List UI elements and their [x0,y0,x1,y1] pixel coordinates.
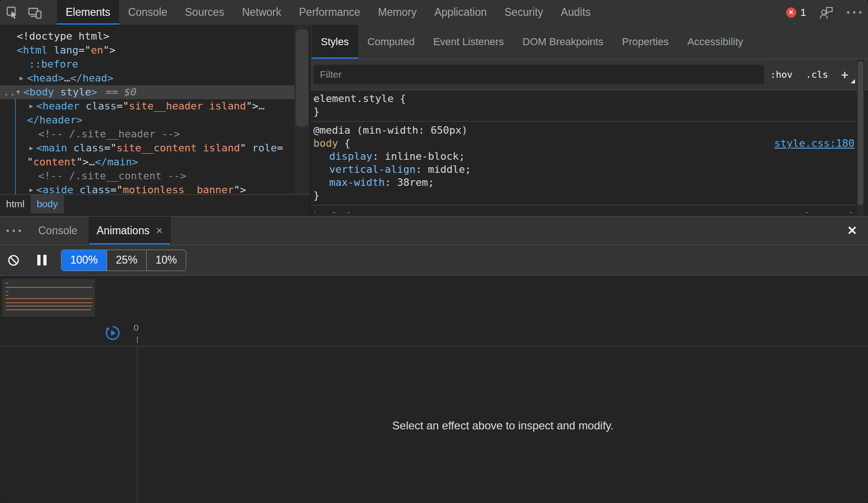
playback-rate-25-[interactable]: 25% [107,250,146,271]
drawer-close-icon[interactable]: ✕ [842,217,862,245]
css-rule: html {style.css:1 [311,205,856,213]
playback-rate-100-[interactable]: 100% [61,250,107,271]
pause-all-animations-icon[interactable] [37,255,47,265]
playback-rate-10-[interactable]: 10% [146,250,186,271]
error-badge[interactable]: ✕ [786,7,796,18]
sidebar-tab-styles[interactable]: Styles [312,25,358,59]
timeline-origin-label: 0 [134,323,139,333]
code-segment-tag: > [91,86,97,98]
tab-audits[interactable]: Audits [552,0,599,25]
dom-tree-row[interactable]: ..▼<body style>== $0 [0,85,294,99]
dom-tree-row[interactable]: ▶<header class="site__header island">… [0,99,294,113]
tab-network[interactable]: Network [233,0,290,25]
code-segment-plain: " [27,156,33,168]
feedback-icon[interactable] [818,5,834,20]
dom-tree-row[interactable]: <!doctype html> [0,29,294,43]
new-style-rule-button[interactable]: + [841,68,852,82]
code-segment-attr: class [80,100,116,112]
code-segment-tag: <aside [36,184,73,194]
code-segment-plain: { [338,137,351,149]
code-segment-tag: </main> [95,156,138,168]
tab-application[interactable]: Application [426,0,496,25]
toolbar-right-cluster: ✕ 1 [786,0,868,25]
drawer-tab-console[interactable]: Console [27,217,88,245]
replay-icon[interactable] [104,325,121,343]
tab-memory[interactable]: Memory [369,0,426,25]
breadcrumb-item-body[interactable]: body [31,195,64,213]
dom-tree-row[interactable]: "content">…</main> [0,155,294,169]
sidebar-tab-dom-breakpoints[interactable]: DOM Breakpoints [513,25,613,59]
css-line[interactable]: body {style.css:180 [311,137,856,150]
code-segment-plain: } [313,106,319,117]
css-line[interactable]: @media (min-width: 650px) [311,124,856,137]
sidebar-tab-computed[interactable]: Computed [358,25,424,59]
sidebar-tab-accessibility[interactable]: Accessibility [678,25,753,59]
css-line[interactable]: display: inline-block; [311,150,856,163]
expand-arrow-icon[interactable]: ▶ [20,71,23,85]
css-source-link[interactable]: style.css:1 [787,210,854,213]
more-menu-icon[interactable] [847,11,861,14]
clear-all-animations-icon[interactable] [7,254,20,266]
dom-tree-row[interactable]: ▶<head>…</head> [0,71,294,85]
styles-scrollbar[interactable] [857,59,864,217]
code-segment-attr: lang [47,44,78,56]
dom-tree-row[interactable]: ▶<main class="site__content island" role… [0,141,294,155]
drawer-tab-animations[interactable]: Animations✕ [88,217,171,245]
dom-tree-row[interactable]: <html lang="en"> [0,43,294,57]
css-rule: @media (min-width: 650px)body {style.css… [311,122,856,205]
device-toolbar-icon[interactable] [23,0,47,25]
css-line[interactable]: max-width: 38rem; [311,176,856,189]
tab-security[interactable]: Security [495,0,552,25]
drawer-tab-label: Console [38,224,77,237]
styles-scroll-thumb[interactable] [858,61,863,205]
dom-tree-row[interactable]: </header> [0,113,294,127]
code-segment-val: site__header island [129,100,246,112]
css-line[interactable]: element.style { [311,92,856,105]
code-segment-plain: } [313,190,319,201]
expand-arrow-icon[interactable]: ▶ [29,183,33,194]
tab-console[interactable]: Console [119,0,176,25]
dom-tree-row[interactable]: ▶<aside class="motionless__banner"> [0,183,294,194]
toggle-pseudo-state-button[interactable]: :hov [770,69,793,80]
drawer-more-menu-icon[interactable] [0,217,27,245]
tab-sources[interactable]: Sources [176,0,233,25]
toggle-class-button[interactable]: .cls [806,69,828,80]
code-segment-val: en [91,44,103,56]
empty-state-message: Select an effect above to inspect and mo… [138,419,868,432]
inspect-element-icon[interactable] [2,0,23,25]
css-source-link[interactable]: style.css:180 [774,137,854,150]
tab-close-icon[interactable]: ✕ [156,225,163,236]
code-segment-ellipsis: … [88,156,95,168]
expand-arrow-icon[interactable]: ▶ [29,99,33,113]
drawer: ConsoleAnimations✕ ✕ 100%25%10% [0,216,868,503]
drawer-tab-bar: ConsoleAnimations✕ ✕ [0,217,868,245]
code-segment-plain: =" [78,44,91,56]
styles-panel: StylesComputedEvent ListenersDOM Breakpo… [311,25,868,217]
css-line[interactable]: } [311,189,856,202]
code-segment-prop: vertical-align [329,163,415,175]
sidebar-tab-event-listeners[interactable]: Event Listeners [424,25,513,59]
css-line[interactable]: html {style.css:1 [311,210,856,213]
tab-elements[interactable]: Elements [57,0,119,25]
expand-arrow-icon[interactable]: ▶ [29,141,33,155]
styles-filter-input[interactable] [313,65,764,84]
dom-tree-row[interactable]: <!-- /.site__header --> [0,127,294,141]
tab-performance[interactable]: Performance [290,0,369,25]
code-segment-plain: : middle; [415,163,471,175]
breadcrumb-item-html[interactable]: html [0,195,31,213]
styles-filter-row: :hov .cls + [311,59,868,90]
elements-scroll-thumb[interactable] [296,29,308,127]
code-segment-plain: : 38rem; [385,177,434,188]
collapse-arrow-icon[interactable]: ▼ [16,85,20,99]
main-toolbar: ElementsConsoleSourcesNetworkPerformance… [0,0,868,25]
code-segment-prop: max-width [329,177,385,188]
elements-scrollbar[interactable] [294,25,310,194]
animation-preview-thumbnail[interactable] [2,279,95,317]
sidebar-tab-properties[interactable]: Properties [613,25,678,59]
dom-tree-row[interactable]: <!-- /.site__content --> [0,169,294,183]
elements-panel: <!doctype html><html lang="en">::before▶… [0,25,310,217]
css-line[interactable]: vertical-align: middle; [311,163,856,176]
dom-tree-row[interactable]: ::before [0,57,294,71]
error-count[interactable]: 1 [800,7,806,19]
css-line[interactable]: } [311,105,856,118]
